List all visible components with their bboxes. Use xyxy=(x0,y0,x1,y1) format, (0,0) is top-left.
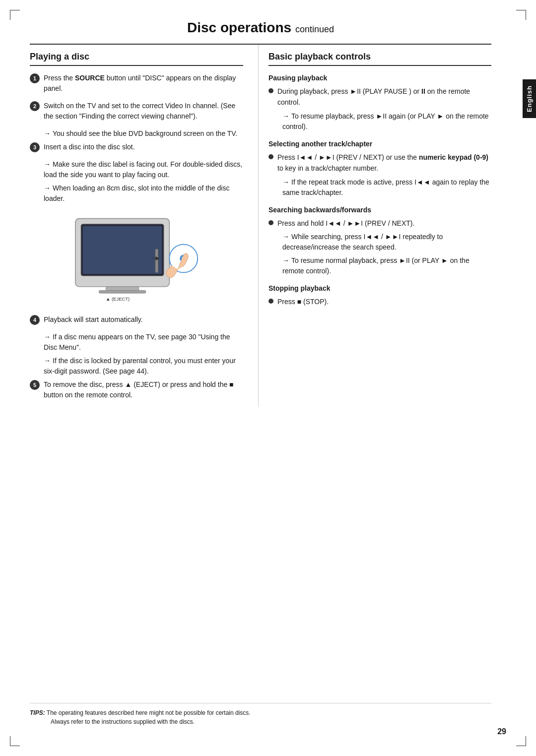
step-3-arrow-1: Make sure the disc label is facing out. … xyxy=(44,159,243,180)
bullet-dot-3 xyxy=(268,220,273,225)
dvd-illustration: ▲ (EJECT) xyxy=(30,214,243,305)
language-tab: English xyxy=(523,79,536,118)
selecting-content: Press I◄◄ / ►►I (PREV / NEXT) or use the… xyxy=(277,152,491,174)
step-4-content: Playback will start automatically. xyxy=(44,315,243,325)
bullet-dot-2 xyxy=(268,154,273,159)
bullet-dot-4 xyxy=(268,299,273,304)
dvd-tv-image: ▲ (EJECT) xyxy=(67,214,206,303)
left-column: Playing a disc 1 Press the SOURCE button… xyxy=(30,45,258,407)
selecting-header: Selecting another track/chapter xyxy=(268,140,491,148)
tips-section: TIPS: The operating features described h… xyxy=(30,703,491,726)
step-2: 2 Switch on the TV and set to the correc… xyxy=(30,101,243,122)
searching-bullet: Press and hold I◄◄ / ►►I (PREV / NEXT). xyxy=(268,218,491,229)
stopping-header: Stopping playback xyxy=(268,284,491,292)
corner-br xyxy=(516,736,526,746)
step-2-content: Switch on the TV and set to the correct … xyxy=(44,101,243,122)
basic-playback-header: Basic playback controls xyxy=(268,52,491,66)
tips-text-1: The operating features described here mi… xyxy=(47,709,251,716)
step-1-number: 1 xyxy=(30,73,40,83)
step-1-content: Press the SOURCE button until "DISC" app… xyxy=(44,73,243,94)
step-3-content: Insert a disc into the disc slot. xyxy=(44,142,243,152)
svg-rect-4 xyxy=(99,290,146,293)
selecting-bullet: Press I◄◄ / ►►I (PREV / NEXT) or use the… xyxy=(268,152,491,174)
page-number: 29 xyxy=(497,727,506,736)
step-3-number: 3 xyxy=(30,142,40,152)
searching-header: Searching backwards/forwards xyxy=(268,206,491,214)
step-3-arrow-2: When loading an 8cm disc, slot into the … xyxy=(44,183,243,204)
tips-label: TIPS: xyxy=(30,709,45,716)
pausing-header: Pausing playback xyxy=(268,74,491,82)
step-1: 1 Press the SOURCE button until "DISC" a… xyxy=(30,73,243,94)
content-area: Playing a disc 1 Press the SOURCE button… xyxy=(30,45,491,407)
searching-arrow-1: While searching, press I◄◄ / ►►I repeate… xyxy=(282,232,491,252)
corner-tr xyxy=(516,10,526,20)
page-title: Disc operations continued xyxy=(30,20,506,36)
pausing-arrow: To resume playback, press ►II again (or … xyxy=(282,111,491,132)
searching-content: Press and hold I◄◄ / ►►I (PREV / NEXT). xyxy=(277,218,491,229)
svg-rect-5 xyxy=(155,249,158,272)
step-4-arrow-2: If the disc is locked by parental contro… xyxy=(44,356,243,377)
pausing-bullet: During playback, press ►II (PLAY PAUSE )… xyxy=(268,86,491,108)
step-3: 3 Insert a disc into the disc slot. xyxy=(30,142,243,152)
playing-disc-header: Playing a disc xyxy=(30,52,243,66)
stopping-bullet: Press ■ (STOP). xyxy=(268,296,491,307)
svg-text:▲ (EJECT): ▲ (EJECT) xyxy=(106,296,130,302)
corner-tl xyxy=(10,10,20,20)
tips-text-2: Always refer to the instructions supplie… xyxy=(51,718,195,725)
selecting-arrow-1: If the repeat track mode is active, pres… xyxy=(282,177,491,198)
step-4-arrow-1: If a disc menu appears on the TV, see pa… xyxy=(44,332,243,353)
step-2-arrow: You should see the blue DVD background s… xyxy=(44,128,243,139)
svg-rect-2 xyxy=(83,226,162,274)
step-5-number: 5 xyxy=(30,380,40,390)
page-container: English Disc operations continued Playin… xyxy=(0,0,536,756)
bullet-dot xyxy=(268,88,273,93)
step-4-number: 4 xyxy=(30,315,40,325)
searching-arrow-2: To resume normal playback, press ►II (or… xyxy=(282,255,491,276)
step-4: 4 Playback will start automatically. xyxy=(30,315,243,325)
step-5-content: To remove the disc, press ▲ (EJECT) or p… xyxy=(44,379,243,400)
step-2-number: 2 xyxy=(30,101,40,111)
corner-bl xyxy=(10,736,20,746)
stopping-content: Press ■ (STOP). xyxy=(277,296,491,307)
pausing-content: During playback, press ►II (PLAY PAUSE )… xyxy=(277,86,491,108)
step-5: 5 To remove the disc, press ▲ (EJECT) or… xyxy=(30,379,243,400)
right-column: Basic playback controls Pausing playback… xyxy=(258,45,491,407)
